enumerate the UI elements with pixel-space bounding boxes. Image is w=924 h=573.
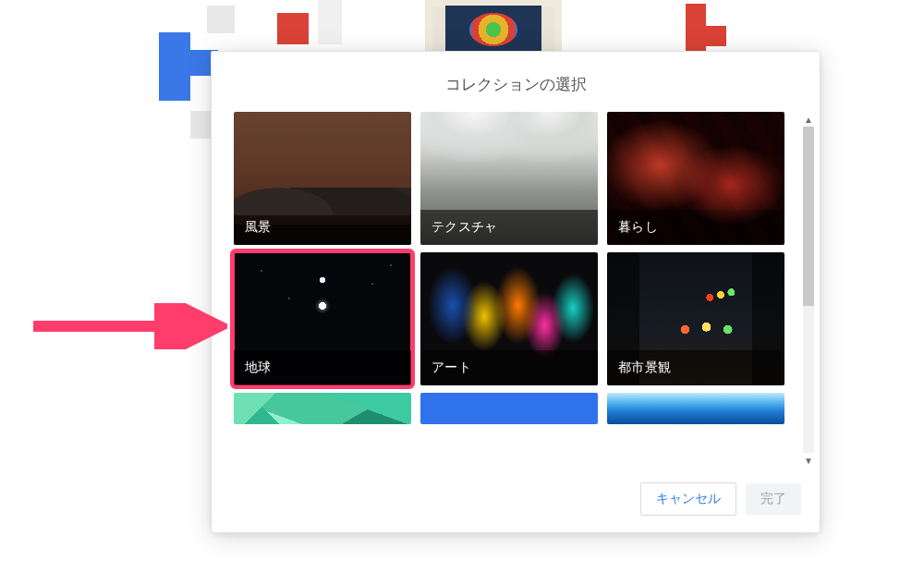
collection-tile-cityscape[interactable]: 都市景観: [607, 252, 784, 385]
tile-label: 風景: [234, 210, 411, 245]
collection-tile-art[interactable]: アート: [420, 252, 598, 385]
dialog-footer: キャンセル 完了: [212, 468, 820, 532]
collection-tile-landscape[interactable]: 風景: [234, 112, 411, 245]
tile-label: 暮らし: [607, 210, 784, 245]
tile-label: アート: [420, 350, 598, 385]
dialog-title: コレクションの選択: [212, 52, 820, 112]
collection-tile-texture[interactable]: テクスチャ: [420, 112, 598, 245]
collection-select-dialog: コレクションの選択 風景 テクスチャ 暮らし 地球 アート 都市景観: [211, 51, 821, 533]
collection-tile-living[interactable]: 暮らし: [607, 112, 784, 245]
collection-tile-partial-3[interactable]: [607, 393, 784, 424]
collection-grid: 風景 テクスチャ 暮らし 地球 アート 都市景観: [234, 112, 797, 424]
tile-label: テクスチャ: [420, 210, 598, 245]
collection-tile-partial-2[interactable]: [420, 393, 598, 424]
cancel-button[interactable]: キャンセル: [640, 482, 736, 516]
scroll-up-icon[interactable]: ▲: [801, 112, 816, 127]
collection-tile-earth[interactable]: 地球: [234, 252, 411, 385]
collection-tile-partial-1[interactable]: [234, 393, 411, 424]
scroll-thumb[interactable]: [803, 127, 814, 306]
scroll-down-icon[interactable]: ▼: [801, 453, 816, 468]
collection-scroll-area: 風景 テクスチャ 暮らし 地球 アート 都市景観 ▲: [212, 112, 820, 468]
tile-label: 地球: [234, 350, 411, 385]
scrollbar[interactable]: ▲ ▼: [801, 112, 816, 468]
scroll-track[interactable]: [803, 127, 814, 453]
tile-label: 都市景観: [607, 350, 784, 385]
done-button[interactable]: 完了: [746, 483, 801, 515]
